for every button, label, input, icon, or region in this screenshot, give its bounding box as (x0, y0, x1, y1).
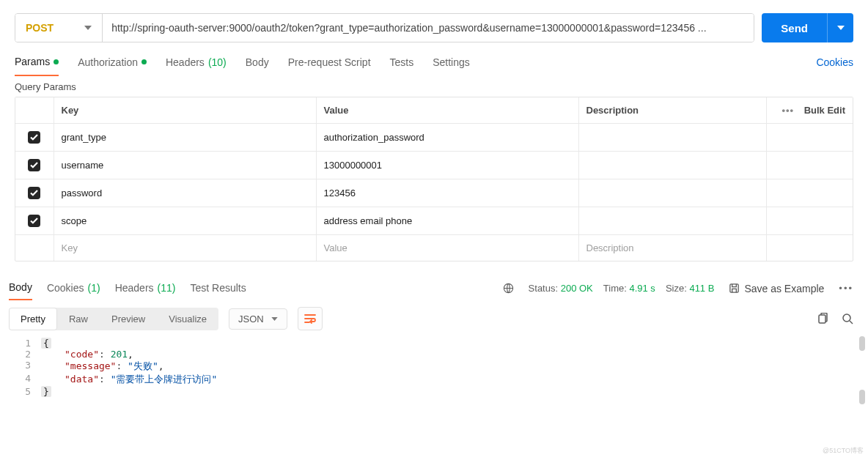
viewmode-preview[interactable]: Preview (100, 308, 157, 330)
cookies-link[interactable]: Cookies (816, 56, 853, 75)
save-as-example[interactable]: Save as Example (729, 283, 824, 294)
table-row-empty: KeyValueDescription (15, 235, 853, 261)
param-description[interactable] (578, 207, 766, 235)
save-label: Save as Example (744, 283, 824, 294)
param-key[interactable]: grant_type (54, 124, 316, 152)
viewmode-raw[interactable]: Raw (57, 308, 100, 330)
param-description-input[interactable]: Description (578, 235, 766, 261)
more-actions-icon[interactable]: ••• (839, 283, 853, 294)
tab-prerequest[interactable]: Pre-request Script (288, 56, 371, 75)
cookies-count: (1) (88, 282, 100, 294)
wrap-icon (304, 314, 316, 324)
svg-point-3 (843, 314, 850, 322)
line-number: 3 (21, 360, 41, 373)
table-row: grant_typeauthorization_password (15, 124, 853, 152)
checkbox[interactable] (28, 187, 40, 199)
line-number: 5 (21, 386, 41, 397)
tab-label: Params (15, 56, 50, 67)
method-selector[interactable]: POST (15, 14, 103, 42)
params-table: Key Value Description ••• Bulk Edit gran… (15, 97, 853, 261)
send-dropdown[interactable] (827, 13, 853, 42)
code-line: "data": "需要带上令牌进行访问" (41, 373, 217, 386)
response-size: 411 B (689, 283, 714, 294)
time-label: Time: (603, 283, 627, 294)
col-key: Key (54, 97, 316, 124)
tab-label: Headers (115, 282, 154, 294)
tab-settings[interactable]: Settings (433, 56, 470, 75)
send-button[interactable]: Send (762, 13, 827, 42)
checkbox[interactable] (28, 159, 40, 171)
svg-rect-1 (730, 284, 738, 292)
watermark: @51CTO博客 (823, 446, 864, 456)
checkbox[interactable] (28, 131, 40, 144)
param-value[interactable]: 13000000001 (316, 152, 578, 179)
table-row: scopeaddress email phone (15, 207, 853, 235)
search-icon[interactable] (842, 313, 853, 324)
copy-icon[interactable] (817, 313, 828, 324)
status-dot-icon (141, 59, 147, 64)
param-value[interactable]: address email phone (316, 207, 578, 235)
globe-icon[interactable] (503, 283, 514, 294)
tab-label: Headers (166, 56, 205, 68)
svg-rect-2 (819, 315, 825, 323)
table-row: username13000000001 (15, 152, 853, 179)
status-dot-icon (54, 59, 59, 64)
code-line: "message": "失败", (41, 360, 164, 373)
code-line: } (41, 386, 51, 397)
tab-body[interactable]: Body (246, 56, 269, 75)
param-value[interactable]: authorization_password (316, 124, 578, 152)
response-time: 4.91 s (629, 283, 655, 294)
headers-count: (10) (208, 56, 227, 68)
resp-tab-headers[interactable]: Headers (11) (115, 278, 176, 300)
line-number: 4 (21, 373, 41, 386)
url-input[interactable] (103, 14, 754, 42)
code-line: "code": 201, (41, 349, 133, 360)
col-description: Description (578, 97, 766, 124)
query-params-heading: Query Params (15, 81, 853, 92)
col-value: Value (316, 97, 578, 124)
save-icon (729, 283, 740, 294)
more-columns-icon[interactable]: ••• (781, 105, 794, 116)
tab-authorization[interactable]: Authorization (78, 56, 147, 75)
tab-params[interactable]: Params (15, 56, 59, 76)
headers-count: (11) (158, 282, 176, 294)
tab-label: Authorization (78, 56, 138, 68)
checkbox[interactable] (28, 215, 40, 227)
param-key[interactable]: username (54, 152, 316, 179)
language-selector[interactable]: JSON (229, 308, 287, 330)
param-value[interactable]: 123456 (316, 179, 578, 207)
line-number: 2 (21, 349, 41, 360)
tab-label: Cookies (47, 282, 84, 294)
param-description[interactable] (578, 152, 766, 179)
param-value-input[interactable]: Value (316, 235, 578, 261)
bulk-edit-link[interactable]: Bulk Edit (804, 105, 845, 116)
status-label: Status: (529, 283, 558, 294)
code-line: { (41, 338, 51, 349)
line-number: 1 (21, 338, 41, 349)
resp-tab-tests[interactable]: Test Results (190, 278, 246, 300)
param-key-input[interactable]: Key (54, 235, 316, 261)
status-code: 200 OK (561, 283, 593, 294)
tab-headers[interactable]: Headers (10) (166, 56, 227, 75)
method-label: POST (26, 22, 54, 34)
param-description[interactable] (578, 124, 766, 152)
response-body: 1{2"code": 201,3"message": "失败",4"data":… (0, 336, 868, 404)
param-description[interactable] (578, 179, 766, 207)
chevron-down-icon (84, 26, 92, 30)
viewmode-visualize[interactable]: Visualize (157, 308, 218, 330)
chevron-down-icon (271, 317, 278, 321)
resp-tab-body[interactable]: Body (9, 277, 32, 300)
language-label: JSON (238, 314, 264, 324)
table-row: password123456 (15, 179, 853, 207)
param-key[interactable]: password (54, 179, 316, 207)
viewmode-pretty[interactable]: Pretty (9, 308, 57, 330)
chevron-down-icon (837, 26, 845, 30)
size-label: Size: (666, 283, 687, 294)
wrap-lines-button[interactable] (298, 307, 323, 330)
tab-tests[interactable]: Tests (390, 56, 414, 75)
resp-tab-cookies[interactable]: Cookies (1) (47, 278, 100, 300)
param-key[interactable]: scope (54, 207, 316, 235)
